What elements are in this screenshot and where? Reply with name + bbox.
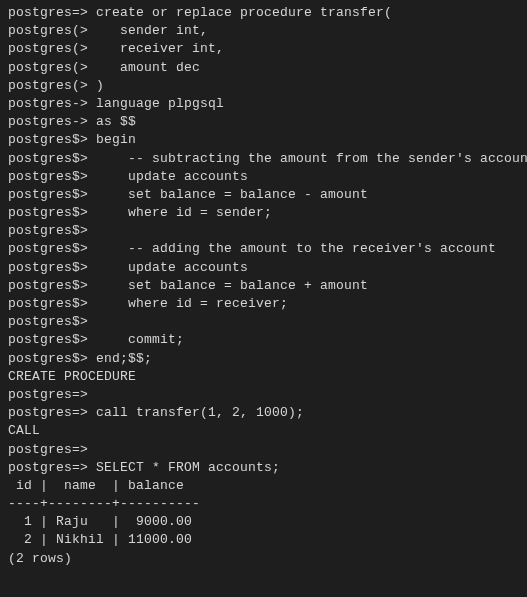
command-text: CREATE PROCEDURE: [8, 369, 136, 384]
command-text: language plpgsql: [96, 96, 224, 111]
command-text: commit;: [128, 332, 184, 347]
terminal-line: postgres(> amount dec: [8, 59, 519, 77]
command-text: receiver int,: [120, 41, 224, 56]
command-text: set balance = balance + amount: [128, 278, 368, 293]
prompt-text: postgres=>: [8, 405, 96, 420]
terminal-line: postgres=> SELECT * FROM accounts;: [8, 459, 519, 477]
command-text: amount dec: [120, 60, 200, 75]
terminal-line: postgres(> sender int,: [8, 22, 519, 40]
terminal-line: postgres$> update accounts: [8, 259, 519, 277]
terminal-line: postgres=>: [8, 441, 519, 459]
terminal-line: postgres$> end;$$;: [8, 350, 519, 368]
terminal-line: 2 | Nikhil | 11000.00: [8, 531, 519, 549]
terminal-line: postgres$> -- adding the amount to the r…: [8, 240, 519, 258]
terminal-line: CREATE PROCEDURE: [8, 368, 519, 386]
command-text: create or replace procedure transfer(: [96, 5, 392, 20]
command-text: end;$$;: [96, 351, 152, 366]
command-text: begin: [96, 132, 136, 147]
command-text: -- adding the amount to the receiver's a…: [128, 241, 496, 256]
terminal-line: postgres$> where id = receiver;: [8, 295, 519, 313]
prompt-text: postgres$>: [8, 260, 128, 275]
command-text: as $$: [96, 114, 136, 129]
prompt-text: postgres=>: [8, 387, 88, 402]
prompt-text: postgres=>: [8, 460, 96, 475]
command-text: ----+--------+----------: [8, 496, 200, 511]
command-text: set balance = balance - amount: [128, 187, 368, 202]
command-text: sender int,: [120, 23, 208, 38]
command-text: SELECT * FROM accounts;: [96, 460, 280, 475]
terminal-line: postgres(> receiver int,: [8, 40, 519, 58]
terminal-line: postgres=>: [8, 386, 519, 404]
prompt-text: postgres(>: [8, 78, 96, 93]
terminal-line: postgres$> -- subtracting the amount fro…: [8, 150, 519, 168]
prompt-text: postgres$>: [8, 351, 96, 366]
terminal-line: postgres=> create or replace procedure t…: [8, 4, 519, 22]
terminal-line: postgres-> as $$: [8, 113, 519, 131]
terminal-line: ----+--------+----------: [8, 495, 519, 513]
terminal-line: postgres$> begin: [8, 131, 519, 149]
prompt-text: postgres$>: [8, 314, 88, 329]
command-text: -- subtracting the amount from the sende…: [128, 151, 527, 166]
terminal-line: CALL: [8, 422, 519, 440]
command-text: ): [96, 78, 104, 93]
terminal-line: postgres$> where id = sender;: [8, 204, 519, 222]
prompt-text: postgres$>: [8, 187, 128, 202]
command-text: call transfer(1, 2, 1000);: [96, 405, 304, 420]
prompt-text: postgres->: [8, 96, 96, 111]
prompt-text: postgres$>: [8, 205, 128, 220]
terminal-line: id | name | balance: [8, 477, 519, 495]
prompt-text: postgres=>: [8, 5, 96, 20]
terminal-line: postgres-> language plpgsql: [8, 95, 519, 113]
terminal-line: postgres$>: [8, 222, 519, 240]
prompt-text: postgres$>: [8, 278, 128, 293]
prompt-text: postgres->: [8, 114, 96, 129]
prompt-text: postgres$>: [8, 132, 96, 147]
prompt-text: postgres(>: [8, 23, 120, 38]
command-text: 2 | Nikhil | 11000.00: [8, 532, 192, 547]
command-text: id | name | balance: [8, 478, 184, 493]
command-text: update accounts: [128, 260, 248, 275]
terminal-line: postgres$>: [8, 313, 519, 331]
terminal-line: postgres$> set balance = balance - amoun…: [8, 186, 519, 204]
command-text: (2 rows): [8, 551, 72, 566]
prompt-text: postgres(>: [8, 41, 120, 56]
terminal-output: postgres=> create or replace procedure t…: [8, 4, 519, 568]
terminal-line: postgres=> call transfer(1, 2, 1000);: [8, 404, 519, 422]
terminal-line: postgres$> set balance = balance + amoun…: [8, 277, 519, 295]
prompt-text: postgres$>: [8, 169, 128, 184]
command-text: where id = sender;: [128, 205, 272, 220]
prompt-text: postgres$>: [8, 332, 128, 347]
command-text: CALL: [8, 423, 40, 438]
prompt-text: postgres$>: [8, 223, 88, 238]
command-text: 1 | Raju | 9000.00: [8, 514, 192, 529]
prompt-text: postgres$>: [8, 296, 128, 311]
command-text: where id = receiver;: [128, 296, 288, 311]
terminal-line: 1 | Raju | 9000.00: [8, 513, 519, 531]
prompt-text: postgres$>: [8, 151, 128, 166]
prompt-text: postgres(>: [8, 60, 120, 75]
terminal-line: postgres(> ): [8, 77, 519, 95]
terminal-line: postgres$> commit;: [8, 331, 519, 349]
terminal-line: postgres$> update accounts: [8, 168, 519, 186]
terminal-line: (2 rows): [8, 550, 519, 568]
prompt-text: postgres=>: [8, 442, 88, 457]
command-text: update accounts: [128, 169, 248, 184]
prompt-text: postgres$>: [8, 241, 128, 256]
